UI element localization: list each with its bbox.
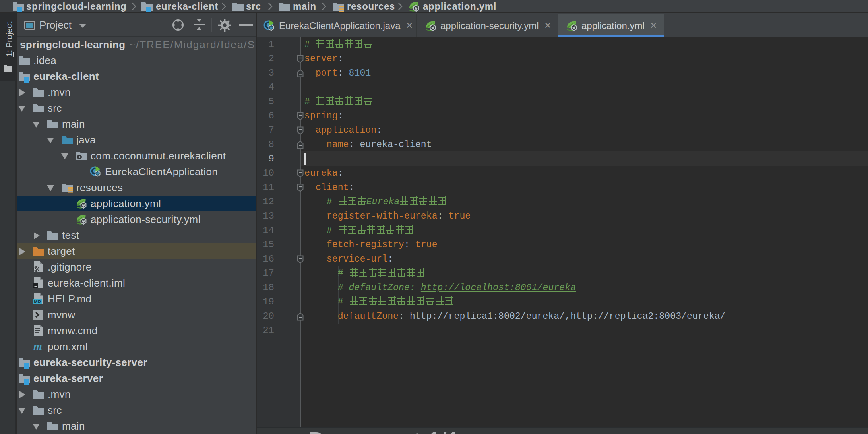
svg-text:m: m [33, 340, 42, 352]
svg-text:MD: MD [34, 299, 41, 304]
